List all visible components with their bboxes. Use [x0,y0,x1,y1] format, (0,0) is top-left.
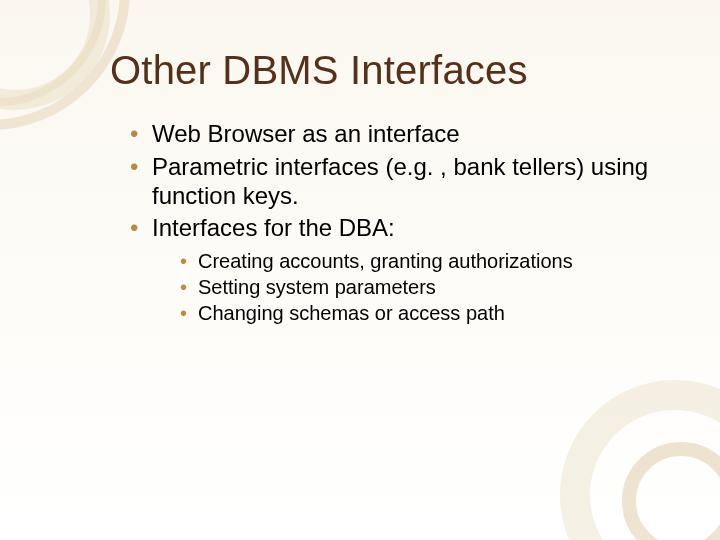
bullet-text: Changing schemas or access path [198,302,505,324]
bullet-text: Interfaces for the DBA: [152,214,395,241]
slide-title: Other DBMS Interfaces [110,48,528,93]
decor-arc [0,0,110,110]
list-item: Web Browser as an interface [130,120,670,149]
list-item: Parametric interfaces (e.g. , bank telle… [130,153,670,211]
bullet-text: Web Browser as an interface [152,120,460,147]
slide: Other DBMS Interfaces Web Browser as an … [0,0,720,540]
list-item: Changing schemas or access path [180,301,670,325]
list-item: Creating accounts, granting authorizatio… [180,249,670,273]
bullet-list: Web Browser as an interface Parametric i… [130,120,670,325]
bullet-text: Parametric interfaces (e.g. , bank telle… [152,153,648,209]
sub-bullet-list: Creating accounts, granting authorizatio… [180,249,670,325]
list-item: Interfaces for the DBA: Creating account… [130,214,670,325]
bullet-text: Setting system parameters [198,276,436,298]
bullet-text: Creating accounts, granting authorizatio… [198,250,573,272]
slide-body: Web Browser as an interface Parametric i… [130,120,670,329]
list-item: Setting system parameters [180,275,670,299]
